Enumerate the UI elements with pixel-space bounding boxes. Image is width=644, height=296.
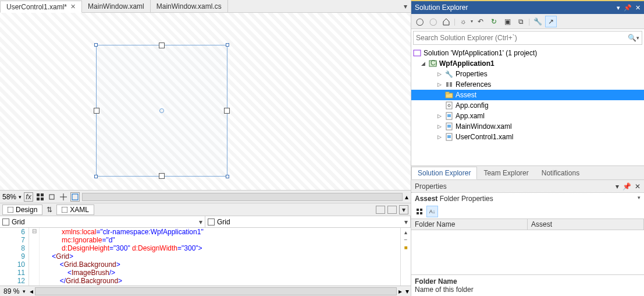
chevron-down-icon[interactable]: ▾ (19, 194, 22, 200)
scroll-left-icon[interactable]: ◂ (28, 287, 35, 295)
home-icon[interactable] (440, 16, 452, 27)
swap-icon[interactable]: ⇅ (45, 205, 54, 214)
project-node[interactable]: ◢ C# WpfApplication1 (411, 58, 644, 69)
resize-handle-right[interactable] (224, 108, 230, 114)
grid-icon[interactable] (35, 192, 45, 202)
show-all-icon[interactable]: ⧉ (515, 16, 526, 27)
preview-icon[interactable]: ↗ (545, 16, 557, 27)
wrench-icon: 🔧 (444, 70, 454, 78)
horizontal-scrollbar[interactable] (82, 193, 403, 201)
usercontrol-selection[interactable] (96, 45, 227, 177)
scroll-up-icon[interactable]: ▴ (405, 193, 408, 201)
close-icon[interactable]: ✕ (70, 3, 76, 10)
tab-mainwindow-cs[interactable]: MainWindow.xaml.cs (151, 0, 228, 12)
node-label: App.config (456, 101, 489, 110)
svg-rect-10 (414, 50, 421, 56)
collapse-all-icon[interactable]: ▣ (501, 16, 513, 27)
refresh-icon[interactable]: ↻ (488, 16, 500, 27)
tree-item[interactable]: ▷ UserControl1.xaml (411, 132, 644, 142)
solution-search[interactable]: 🔍 ▾ (413, 31, 642, 45)
solution-tree[interactable]: Solution 'WpfApplication1' (1 project) ◢… (411, 47, 644, 165)
resize-handle-top[interactable] (159, 43, 165, 48)
pin-icon[interactable]: 📌 (622, 182, 631, 191)
solution-icon (412, 49, 422, 57)
close-icon[interactable]: ✕ (635, 182, 641, 191)
tree-item[interactable]: ▷ MainWindow.xaml (411, 121, 644, 132)
element-combo-left[interactable]: Grid▾ (0, 216, 205, 227)
expand-icon[interactable]: ▷ (436, 113, 443, 119)
subtab-solution-explorer[interactable]: Solution Explorer (411, 167, 477, 179)
tree-item[interactable]: ▷ App.xaml (411, 111, 644, 121)
node-label: MainWindow.xaml (456, 122, 512, 131)
design-label: Design (16, 206, 37, 214)
properties-icon[interactable]: 🔧 (532, 16, 543, 27)
code-icon (62, 207, 67, 213)
zoom-value[interactable]: 58% (2, 193, 16, 201)
back-icon[interactable]: ◯ (414, 16, 425, 27)
categorized-icon[interactable] (414, 206, 425, 217)
snapline-icon[interactable] (59, 192, 68, 202)
chevron-down-icon[interactable]: ▾ (199, 218, 202, 226)
splitview-vertical-icon[interactable] (387, 206, 397, 214)
forward-icon[interactable]: ◯ (427, 16, 439, 27)
properties-panel: Properties ▾ 📌 ✕ Assest Folder Propertie… (411, 179, 644, 296)
outline-margin[interactable]: ⊟ (29, 228, 40, 286)
col-value: Assest (528, 219, 644, 230)
editor-zoom-value[interactable]: 89 % (0, 287, 23, 295)
xaml-button[interactable]: XAML (56, 205, 94, 215)
tab-usercontrol1-xaml[interactable]: UserControl1.xaml*✕ (0, 1, 82, 13)
solution-explorer-toolbar: ◯ ◯ | ☼ ▾ ↶ ↻ ▣ ⧉ | 🔧 ↗ (411, 14, 644, 29)
close-icon[interactable]: ✕ (635, 4, 641, 12)
xaml-editor[interactable]: 6789101112 ⊟ xmlns:local="clr-namespace:… (0, 227, 411, 286)
tabs-overflow-button[interactable]: ▾ (400, 0, 411, 12)
fx-icon[interactable]: fx (24, 192, 33, 202)
snap-icon[interactable] (47, 192, 56, 202)
solution-node[interactable]: Solution 'WpfApplication1' (1 project) (411, 48, 644, 58)
tree-item[interactable]: ▷ 🔧 Properties (411, 69, 644, 79)
search-icon[interactable]: 🔍 (628, 34, 636, 42)
properties-description: Folder Name Name of this folder (411, 274, 644, 296)
svg-rect-16 (446, 92, 449, 94)
svg-rect-3 (41, 198, 44, 200)
col-name: Folder Name (411, 219, 528, 230)
horizontal-scrollbar[interactable] (35, 287, 397, 295)
design-xaml-switch: Design ⇅ XAML ▾ (0, 203, 411, 216)
search-input[interactable] (416, 34, 628, 42)
element-combo-right[interactable]: Grid▾ (205, 216, 411, 227)
window-menu-icon[interactable]: ▾ (617, 4, 620, 12)
scope-icon[interactable]: ☼ (457, 16, 469, 27)
chevron-down-icon[interactable]: ▾ (404, 218, 408, 226)
split-icon[interactable]: − (404, 237, 408, 243)
rulers-icon[interactable] (70, 192, 80, 202)
expand-icon[interactable]: ▷ (436, 124, 443, 129)
expand-icon[interactable]: ▷ (436, 134, 443, 140)
alphabetical-icon[interactable]: A↓ (426, 206, 438, 217)
resize-handle-bottom[interactable] (159, 173, 165, 179)
tab-mainwindow-xaml[interactable]: MainWindow.xaml (82, 0, 151, 12)
expand-icon[interactable]: ▷ (436, 71, 443, 77)
tree-item[interactable]: ▷ References (411, 79, 644, 90)
expand-icon[interactable]: ▷ (436, 82, 443, 87)
pin-icon[interactable]: 📌 (624, 4, 632, 12)
sync-icon[interactable]: ↶ (475, 16, 486, 27)
design-button[interactable]: Design (2, 205, 42, 215)
collapse-pane-icon[interactable]: ▾ (399, 205, 408, 214)
scroll-down-icon[interactable]: ▾ (404, 287, 411, 295)
properties-grid-body[interactable] (411, 230, 644, 274)
scroll-up-icon[interactable]: ▴ (404, 229, 407, 235)
window-menu-icon[interactable]: ▾ (615, 182, 619, 191)
chevron-down-icon[interactable]: ▾ (23, 288, 28, 294)
expand-icon[interactable]: ◢ (419, 61, 426, 66)
tree-item[interactable]: App.config (411, 100, 644, 111)
properties-object-selector[interactable]: Assest Folder Properties ▾ (411, 193, 644, 205)
subtab-team-explorer[interactable]: Team Explorer (477, 167, 535, 179)
designer-surface[interactable] (0, 13, 411, 190)
properties-header: Properties ▾ 📌 ✕ (411, 180, 644, 193)
resize-handle-left[interactable] (94, 108, 99, 114)
tree-item[interactable]: Assest (411, 90, 644, 100)
code-content[interactable]: xmlns:local="clr-namespace:WpfApplicatio… (40, 228, 400, 286)
scroll-right-icon[interactable]: ▸ (397, 287, 404, 295)
splitview-horizontal-icon[interactable] (376, 206, 385, 214)
chevron-down-icon[interactable]: ▾ (638, 195, 641, 200)
subtab-notifications[interactable]: Notifications (535, 167, 586, 179)
